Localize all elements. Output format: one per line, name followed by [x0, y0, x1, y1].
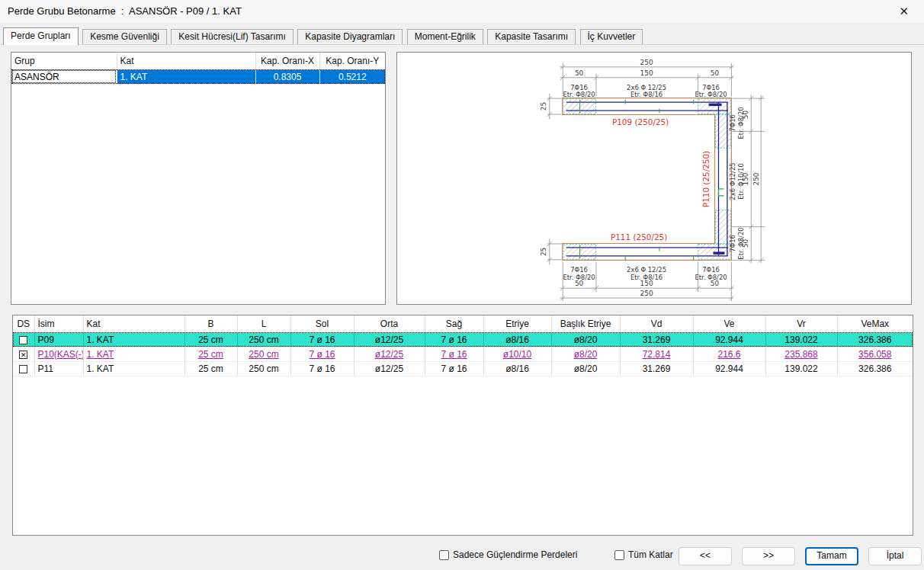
cell-sol[interactable]: 7 ø 16 [290, 332, 354, 347]
tab-moment-egrilik[interactable]: Moment-Eğrilik [407, 29, 483, 44]
cell-isim[interactable]: P10(KAS(-)) [34, 347, 83, 361]
cell-kat[interactable]: 1. KAT [83, 361, 184, 376]
edge-label-top-0-b: Etr. Φ8/20 [563, 91, 595, 98]
ok-button[interactable]: Tamam [805, 547, 858, 565]
cell-vemax[interactable]: 326.386 [837, 332, 913, 347]
cell-l[interactable]: 250 cm [237, 332, 290, 347]
tab-kapasite-tasarimi[interactable]: Kapasite Tasarımı [487, 29, 576, 44]
cell-isim[interactable]: P11 [34, 361, 83, 376]
wall-name-labels: P109 (250/25) P110 (25/250) P111 (250/25… [611, 117, 711, 242]
ds-checkbox-cell[interactable] [13, 361, 34, 376]
cell-b[interactable]: 25 cm [184, 361, 237, 376]
cell-vd[interactable]: 72.814 [620, 347, 693, 361]
edge-label-top-1-b: Etr. Φ8/16 [630, 91, 663, 98]
cell-kap-orani-y[interactable]: 0.5212 [319, 69, 385, 84]
dim-top-seg-0: 50 [575, 69, 584, 77]
dim-top-seg-2: 50 [711, 69, 720, 77]
tab-kesme-guvenligi[interactable]: Kesme Güvenliği [82, 29, 167, 44]
cell-baslik-etriye[interactable]: ø8/20 [551, 347, 620, 361]
checkbox-strengthen-only-label: Sadece Güçlendirme Perdeleri [453, 549, 577, 560]
dim-thickness-bottom: 25 [540, 248, 547, 256]
col-header-vemax: VeMax [837, 315, 913, 332]
cell-sag[interactable]: 7 ø 16 [425, 347, 483, 361]
cell-kap-orani-x[interactable]: 0.8305 [255, 69, 319, 84]
col-header-sag: Sağ [425, 315, 483, 332]
cell-ve[interactable]: 92.944 [693, 332, 765, 347]
ds-checkbox-cell[interactable] [13, 332, 34, 347]
cell-vemax[interactable]: 356.058 [837, 347, 913, 361]
edge-label-right-2-a: 7Φ16 [729, 235, 736, 252]
cell-isim[interactable]: P09 [34, 332, 83, 347]
rebar-row-p09[interactable]: P09 1. KAT 25 cm 250 cm 7 ø 16 ø12/25 7 … [13, 332, 913, 347]
cell-vr[interactable]: 139.022 [765, 332, 837, 347]
cell-vemax[interactable]: 326.386 [837, 361, 913, 376]
ds-checkbox[interactable] [19, 365, 27, 373]
cell-kat[interactable]: 1. KAT [83, 332, 184, 347]
edge-label-bottom-0-b: Etr. Φ8/20 [563, 274, 595, 281]
ds-checkbox[interactable] [19, 336, 27, 344]
cell-vr[interactable]: 235.868 [765, 347, 837, 361]
checkbox-all-floors-box[interactable] [614, 550, 624, 560]
checkbox-strengthen-only[interactable]: Sadece Güçlendirme Perdeleri [439, 549, 577, 560]
cell-sag[interactable]: 7 ø 16 [425, 361, 483, 376]
cell-vd[interactable]: 31.269 [620, 361, 693, 376]
edge-label-right-0-b: Etr. Φ8/20 [737, 107, 745, 139]
cell-orta[interactable]: ø12/25 [354, 347, 425, 361]
rebar-row-p10[interactable]: ✕ P10(KAS(-)) 1. KAT 25 cm 250 cm 7 ø 16… [13, 347, 913, 361]
cell-ve[interactable]: 216.6 [693, 347, 765, 361]
col-header-kat: Kat [117, 53, 255, 69]
close-icon[interactable]: ✕ [896, 3, 912, 20]
dim-thickness-top: 25 [540, 102, 547, 110]
cell-b[interactable]: 25 cm [184, 332, 237, 347]
col-header-kap-orani-y: Kap. Oranı-Y [319, 53, 385, 69]
cell-baslik-etriye[interactable]: ø8/20 [551, 332, 620, 347]
col-header-l: L [237, 315, 290, 332]
dim-bottom-total: 250 [640, 290, 653, 297]
cell-vd[interactable]: 31.269 [620, 332, 693, 347]
cell-orta[interactable]: ø12/25 [354, 361, 425, 376]
rebar-row-p11[interactable]: P11 1. KAT 25 cm 250 cm 7 ø 16 ø12/25 7 … [13, 361, 913, 376]
tab-ic-kuvvetler[interactable]: İç Kuvvetler [580, 29, 643, 44]
tab-perde-gruplari[interactable]: Perde Grupları [3, 27, 79, 45]
cell-sol[interactable]: 7 ø 16 [290, 347, 354, 361]
col-header-vd: Vd [620, 315, 693, 332]
ds-checkbox-cell[interactable]: ✕ [13, 347, 34, 361]
dialog-perde-grubu-betonarme: { "window": { "title": "Perde Grubu Beto… [0, 0, 924, 570]
next-button[interactable]: >> [742, 547, 795, 565]
col-header-kat2: Kat [83, 315, 184, 332]
checkbox-all-floors[interactable]: Tüm Katlar [614, 549, 673, 560]
tab-kesit-hucresi[interactable]: Kesit Hücresi(Lif) Tasarımı [171, 29, 293, 44]
cell-orta[interactable]: ø12/25 [354, 332, 425, 347]
group-row-asansor[interactable]: ASANSÖR 1. KAT 0.8305 0.5212 [11, 69, 385, 84]
cell-kat[interactable]: 1. KAT [83, 347, 184, 361]
prev-button[interactable]: << [679, 547, 732, 565]
cell-l[interactable]: 250 cm [237, 361, 290, 376]
cell-etriye[interactable]: ø8/16 [483, 361, 551, 376]
cell-l[interactable]: 250 cm [237, 347, 290, 361]
cell-vr[interactable]: 139.022 [765, 361, 837, 376]
group-table: Grup Kat Kap. Oranı-X Kap. Oranı-Y ASANS… [11, 53, 385, 85]
cell-sol[interactable]: 7 ø 16 [290, 361, 354, 376]
group-table-panel: Grup Kat Kap. Oranı-X Kap. Oranı-Y ASANS… [11, 52, 386, 305]
col-header-sol: Sol [290, 315, 354, 332]
cell-baslik-etriye[interactable]: ø8/20 [551, 361, 620, 376]
cell-etriye[interactable]: ø10/10 [483, 347, 551, 361]
col-header-baslik-etriye: Başlık Etriye [551, 315, 620, 332]
cell-grup[interactable]: ASANSÖR [11, 69, 117, 84]
col-header-orta: Orta [354, 315, 425, 332]
drawing-panel: 250 50 150 50 25 25 50 150 50 250 50 150… [396, 52, 912, 305]
cell-kat[interactable]: 1. KAT [117, 69, 255, 84]
wall-label-p109: P109 (250/25) [612, 117, 669, 126]
cell-etriye[interactable]: ø8/16 [483, 332, 551, 347]
ds-checkbox[interactable]: ✕ [19, 351, 27, 359]
edge-label-right-0-a: 7Φ16 [729, 114, 736, 132]
cell-b[interactable]: 25 cm [184, 347, 237, 361]
col-header-vr: Vr [765, 315, 837, 332]
dim-side-total: 250 [752, 172, 760, 185]
cell-ve[interactable]: 92.944 [693, 361, 765, 376]
dialog-title: Perde Grubu Betonarme : ASANSÖR - P09 / … [8, 5, 242, 17]
tab-kapasite-diyagramlari[interactable]: Kapasite Diyagramları [297, 29, 403, 44]
cancel-button[interactable]: İptal [868, 547, 922, 565]
checkbox-strengthen-only-box[interactable] [439, 550, 449, 560]
cell-sag[interactable]: 7 ø 16 [425, 332, 483, 347]
